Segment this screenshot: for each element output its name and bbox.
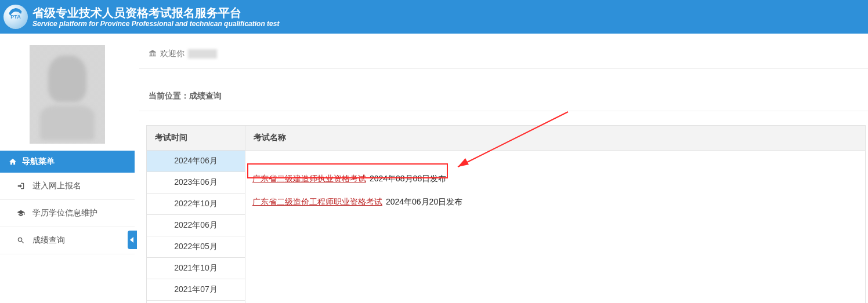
col-header-time: 考试时间 xyxy=(147,126,245,151)
graduation-icon xyxy=(16,209,26,217)
header-title-en: Service platform for Province Profession… xyxy=(32,20,279,28)
menu-item-label: 进入网上报名 xyxy=(32,181,81,191)
menu-item-education[interactable]: 学历学位信息维护 xyxy=(0,200,135,227)
time-list-item[interactable]: 2021年10月 xyxy=(147,258,245,279)
menu-header: 导航菜单 xyxy=(0,151,135,173)
name-col: 广东省二级建造师执业资格考试 2024年08月08日发布广东省二级造价工程师职业… xyxy=(245,151,866,304)
exam-link[interactable]: 广东省二级建造师执业资格考试 xyxy=(252,174,366,183)
exam-link[interactable]: 广东省二级造价工程师职业资格考试 xyxy=(252,197,382,206)
breadcrumb-label: 当前位置： xyxy=(149,91,189,100)
content-area: 欢迎你 当前位置：成绩查询 考试时间 考试名称 2024年06月2023年06月… xyxy=(135,34,868,303)
time-list: 2024年06月2023年06月2022年10月2022年06月2022年05月… xyxy=(147,151,245,303)
result-table: 考试时间 考试名称 2024年06月2023年06月2022年10月2022年0… xyxy=(146,125,866,303)
welcome-bar: 欢迎你 xyxy=(139,41,868,69)
time-list-item[interactable]: 2022年06月 xyxy=(147,215,245,236)
result-table-wrap: 考试时间 考试名称 2024年06月2023年06月2022年10月2022年0… xyxy=(146,125,868,303)
welcome-username-redacted xyxy=(188,49,217,59)
sidebar-collapse-handle[interactable] xyxy=(128,231,137,249)
breadcrumb-current: 成绩查询 xyxy=(189,91,222,100)
header-title-cn: 省级专业技术人员资格考试报名服务平台 xyxy=(32,6,279,20)
menu-item-score-query[interactable]: 成绩查询 xyxy=(0,227,135,254)
login-icon xyxy=(16,182,26,190)
logo-text: PTA xyxy=(10,14,20,20)
top-header: PTA 省级专业技术人员资格考试报名服务平台 Service platform … xyxy=(0,0,868,34)
col-header-name: 考试名称 xyxy=(245,126,866,151)
exam-list: 广东省二级建造师执业资格考试 2024年08月08日发布广东省二级造价工程师职业… xyxy=(252,174,858,207)
welcome-prefix: 欢迎你 xyxy=(160,49,185,59)
bank-icon xyxy=(149,49,157,59)
time-list-item[interactable]: 2022年05月 xyxy=(147,236,245,258)
menu-item-register[interactable]: 进入网上报名 xyxy=(0,173,135,200)
sidebar: 导航菜单 进入网上报名 学历学位信息维护 成绩查询 xyxy=(0,34,135,303)
exam-publish-date: 2024年06月20日发布 xyxy=(384,197,462,206)
exam-line: 广东省二级建造师执业资格考试 2024年08月08日发布 xyxy=(252,174,858,184)
time-list-item[interactable]: 2021年05月 xyxy=(147,301,245,303)
time-list-item[interactable]: 2024年06月 xyxy=(147,151,245,172)
time-list-item[interactable]: 2023年06月 xyxy=(147,172,245,194)
user-avatar xyxy=(30,45,105,144)
exam-publish-date: 2024年08月08日发布 xyxy=(367,174,446,183)
pta-logo-icon: PTA xyxy=(3,5,28,29)
menu-header-label: 导航菜单 xyxy=(22,156,55,167)
home-icon xyxy=(8,158,17,166)
avatar-wrap xyxy=(0,34,135,151)
time-list-item[interactable]: 2021年07月 xyxy=(147,279,245,301)
breadcrumb: 当前位置：成绩查询 xyxy=(139,83,868,111)
time-col: 2024年06月2023年06月2022年10月2022年06月2022年05月… xyxy=(147,151,245,304)
time-list-item[interactable]: 2022年10月 xyxy=(147,194,245,215)
search-icon xyxy=(16,236,26,244)
header-titles: 省级专业技术人员资格考试报名服务平台 Service platform for … xyxy=(32,6,279,28)
menu-item-label: 成绩查询 xyxy=(32,235,65,246)
menu-item-label: 学历学位信息维护 xyxy=(32,208,97,218)
exam-line: 广东省二级造价工程师职业资格考试 2024年06月20日发布 xyxy=(252,197,858,207)
